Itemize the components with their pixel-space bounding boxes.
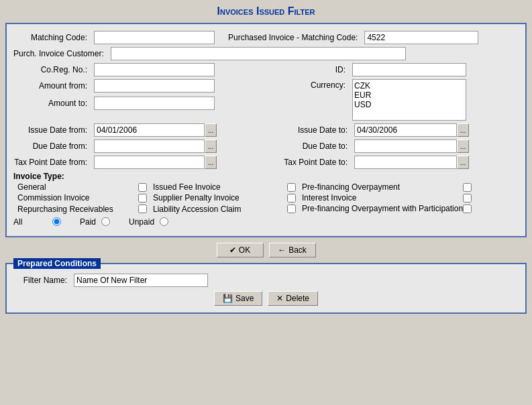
unpaid-label: Unpaid	[129, 217, 154, 227]
issue-date-to-label: Issue Date to:	[230, 125, 348, 135]
issue-date-from-label: Issue Date from:	[13, 125, 87, 135]
save-floppy-icon: 💾	[223, 294, 233, 303]
purch-invoice-matching-code-input[interactable]	[364, 31, 478, 44]
prepared-conditions-label: Prepared Conditions	[13, 258, 101, 269]
repurchasing-receivables-label: Repurchasing Receivables	[17, 205, 138, 214]
due-date-to-label: Due Date to:	[230, 141, 348, 151]
back-arrow-icon: ←	[278, 245, 286, 255]
back-button[interactable]: ← Back	[269, 243, 316, 257]
matching-code-label: Matching Code:	[13, 33, 87, 42]
delete-label: Delete	[286, 294, 309, 303]
issued-fee-invoice-checkbox[interactable]	[287, 183, 296, 192]
pre-financing-overpayment-label: Pre-financing Overpayment	[302, 182, 463, 192]
liability-accession-claim-label: Liability Accession Claim	[153, 205, 287, 214]
delete-x-icon: ✕	[276, 294, 283, 303]
ok-label: OK	[239, 245, 250, 255]
issued-fee-invoice-label: Issued Fee Invoice	[153, 182, 287, 192]
purch-invoice-customer-label: Purch. Invoice Customer:	[13, 49, 104, 58]
repurchasing-receivables-checkbox[interactable]	[138, 205, 147, 213]
pre-financing-participation-label: Pre-financing Overpayment with Participa…	[302, 204, 463, 215]
purch-invoice-customer-input[interactable]	[111, 47, 406, 60]
currency-label: Currency:	[228, 79, 345, 90]
currency-option-usd[interactable]: USD	[354, 100, 464, 109]
tax-point-date-to-label: Tax Point Date to:	[230, 158, 348, 167]
unpaid-radio[interactable]	[160, 217, 168, 226]
general-label: General	[17, 182, 138, 192]
due-date-from-label: Due Date from:	[13, 141, 87, 151]
tax-point-date-to-browse[interactable]: ...	[457, 156, 469, 169]
prepared-conditions-panel: Prepared Conditions Filter Name: 💾 Save …	[5, 263, 527, 314]
paid-radio[interactable]	[101, 217, 110, 226]
supplier-penalty-invoice-label: Supplier Penalty Invoice	[153, 193, 287, 202]
due-date-from-input[interactable]	[94, 139, 205, 153]
due-date-to-browse[interactable]: ...	[457, 139, 469, 153]
pre-financing-overpayment-checkbox[interactable]	[463, 183, 472, 192]
issue-date-from-input[interactable]	[94, 123, 205, 137]
issue-date-to-input[interactable]	[354, 123, 457, 137]
amount-to-label: Amount to:	[13, 99, 87, 108]
purch-invoice-matching-code-label: Purchased Invoice - Matching Code:	[228, 33, 358, 42]
currency-option-czk[interactable]: CZK	[354, 81, 464, 91]
amount-from-input[interactable]	[94, 79, 215, 93]
all-radio[interactable]	[52, 217, 61, 226]
commission-invoice-checkbox[interactable]	[138, 194, 147, 202]
page-title: Invoices Issued Filter	[5, 5, 527, 17]
due-date-from-browse[interactable]: ...	[205, 139, 217, 153]
co-reg-no-input[interactable]	[94, 63, 215, 76]
liability-accession-claim-checkbox[interactable]	[287, 205, 296, 213]
supplier-penalty-invoice-checkbox[interactable]	[287, 194, 296, 202]
interest-invoice-checkbox[interactable]	[463, 194, 472, 202]
issue-date-to-browse[interactable]: ...	[457, 123, 469, 137]
paid-label: Paid	[80, 217, 96, 227]
amount-to-input[interactable]	[94, 97, 215, 110]
currency-listbox[interactable]: CZK EUR USD	[352, 79, 466, 121]
due-date-to-input[interactable]	[354, 139, 457, 153]
id-label: ID:	[228, 65, 345, 74]
tax-point-date-from-label: Tax Point Date from:	[13, 158, 87, 167]
filter-name-input[interactable]	[74, 274, 208, 287]
currency-option-eur[interactable]: EUR	[354, 91, 464, 100]
id-input[interactable]	[352, 63, 466, 76]
save-label: Save	[235, 294, 254, 303]
tax-point-date-from-input[interactable]	[94, 156, 205, 169]
general-checkbox[interactable]	[138, 183, 147, 192]
ok-check-icon: ✔	[229, 245, 236, 255]
amount-from-label: Amount from:	[13, 81, 87, 91]
filter-name-label: Filter Name:	[13, 276, 67, 285]
matching-code-input[interactable]	[94, 31, 215, 44]
main-panel: Matching Code: Purchased Invoice - Match…	[5, 23, 527, 237]
delete-button[interactable]: ✕ Delete	[268, 291, 318, 306]
tax-point-date-from-browse[interactable]: ...	[205, 156, 217, 169]
back-label: Back	[288, 245, 307, 255]
issue-date-from-browse[interactable]: ...	[205, 123, 217, 137]
invoice-type-section-label: Invoice Type:	[13, 172, 64, 181]
save-button[interactable]: 💾 Save	[214, 291, 262, 306]
co-reg-no-label: Co.Reg. No.:	[13, 65, 87, 74]
commission-invoice-label: Commission Invoice	[17, 193, 138, 202]
pre-financing-participation-checkbox[interactable]	[463, 205, 472, 213]
tax-point-date-to-input[interactable]	[354, 156, 457, 169]
ok-button[interactable]: ✔ OK	[217, 243, 264, 257]
all-label: All	[13, 217, 47, 227]
interest-invoice-label: Interest Invoice	[302, 193, 463, 202]
